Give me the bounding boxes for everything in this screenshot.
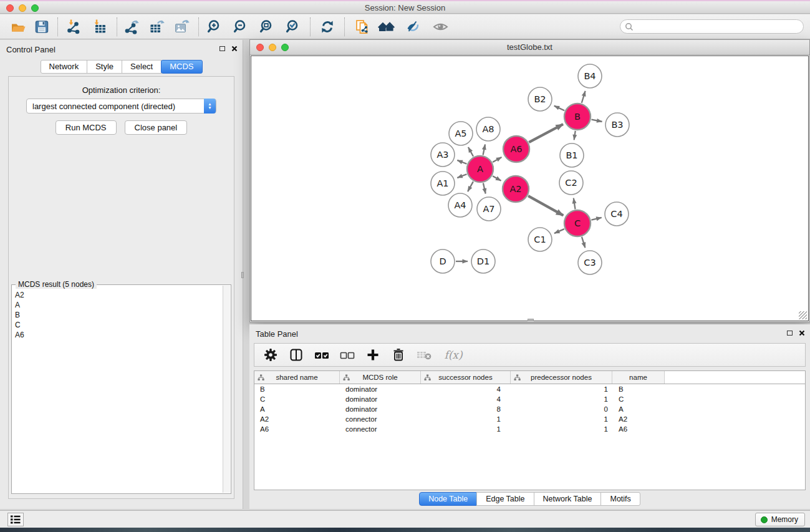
close-panel-button[interactable]: Close panel xyxy=(125,120,188,135)
result-item[interactable]: B xyxy=(13,310,222,320)
edge-A-A3[interactable] xyxy=(457,160,466,164)
edge-B-B3[interactable] xyxy=(592,120,602,122)
edge-A-A5[interactable] xyxy=(468,147,473,157)
tab-network[interactable]: Network xyxy=(40,60,87,74)
tab-select[interactable]: Select xyxy=(122,60,162,74)
select-all-rows-icon[interactable] xyxy=(314,347,330,363)
tab-edge-table[interactable]: Edge Table xyxy=(476,492,534,506)
zoom-fit-icon[interactable] xyxy=(258,17,276,36)
tab-motifs[interactable]: Motifs xyxy=(600,492,640,506)
node-D[interactable]: D xyxy=(431,249,455,273)
node-A7[interactable]: A7 xyxy=(477,197,501,221)
horizontal-scroll-nub[interactable] xyxy=(528,319,534,321)
zoom-in-icon[interactable] xyxy=(205,17,224,36)
edge-C-C3[interactable] xyxy=(582,237,585,248)
node-B[interactable]: B xyxy=(564,104,591,130)
table-row[interactable]: Cdominator41C xyxy=(254,394,805,404)
delete-rows-icon[interactable] xyxy=(390,347,407,363)
node-C2[interactable]: C2 xyxy=(559,171,583,195)
delete-table-icon[interactable] xyxy=(416,347,432,363)
houses-icon[interactable] xyxy=(377,17,396,36)
edge-A-A4[interactable] xyxy=(468,181,473,191)
table-row[interactable]: A2connector11A2 xyxy=(254,414,805,424)
task-history-button[interactable] xyxy=(7,513,24,526)
node-D1[interactable]: D1 xyxy=(471,249,495,273)
result-scrollbar[interactable] xyxy=(223,286,230,493)
function-builder-icon[interactable]: f(x) xyxy=(441,347,465,363)
result-item[interactable]: A xyxy=(13,300,222,310)
node-B1[interactable]: B1 xyxy=(560,143,584,167)
eye-slash-icon[interactable] xyxy=(403,17,422,36)
edge-B-B1[interactable] xyxy=(574,131,576,140)
edge-B-B2[interactable] xyxy=(554,106,565,111)
node-A6[interactable]: A6 xyxy=(503,136,529,162)
edge-A-A7[interactable] xyxy=(483,183,486,194)
tab-mcds[interactable]: MCDS xyxy=(161,60,202,74)
edge-A6-B[interactable] xyxy=(529,124,563,142)
edge-C-C1[interactable] xyxy=(554,229,564,233)
zoom-out-icon[interactable] xyxy=(231,17,250,36)
edge-A-A6[interactable] xyxy=(493,157,501,162)
criterion-dropdown[interactable]: largest connected component (directed) ▲… xyxy=(26,99,216,114)
import-table-icon[interactable] xyxy=(90,17,109,36)
node-A1[interactable]: A1 xyxy=(431,172,455,195)
edge-A-A1[interactable] xyxy=(457,174,466,178)
edge-C-C4[interactable] xyxy=(591,218,601,220)
node-A4[interactable]: A4 xyxy=(448,193,472,217)
open-session-icon[interactable] xyxy=(9,17,27,36)
tab-node-table[interactable]: Node Table xyxy=(419,492,477,506)
node-C3[interactable]: C3 xyxy=(578,251,602,274)
save-session-icon[interactable] xyxy=(32,17,51,36)
tab-style[interactable]: Style xyxy=(87,60,122,74)
network-graph[interactable]: B4B2BB3A5A8A6A3B1AA1C2A2A4A7CC4C1C3DD1 xyxy=(251,56,809,322)
node-C[interactable]: C xyxy=(564,210,591,236)
close-table-panel-icon[interactable] xyxy=(799,330,805,336)
import-network-icon[interactable] xyxy=(64,17,83,36)
edge-A-A8[interactable] xyxy=(483,145,485,155)
new-network-from-selection-icon[interactable] xyxy=(354,17,372,36)
node-B2[interactable]: B2 xyxy=(528,87,552,111)
float-panel-icon[interactable] xyxy=(219,46,225,51)
export-table-icon[interactable] xyxy=(147,17,166,36)
table-row[interactable]: A6connector11A6 xyxy=(254,424,805,434)
memory-button[interactable]: Memory xyxy=(755,513,805,526)
search-input[interactable] xyxy=(635,21,798,32)
table-row[interactable]: Bdominator41B xyxy=(254,384,805,394)
refresh-view-icon[interactable] xyxy=(318,17,337,36)
column-header-MCDS-role[interactable]: MCDS role xyxy=(340,371,421,384)
column-header-shared-name[interactable]: shared name xyxy=(254,371,340,384)
run-mcds-button[interactable]: Run MCDS xyxy=(55,120,117,135)
node-A[interactable]: A xyxy=(467,156,493,182)
result-item[interactable]: A2 xyxy=(13,290,222,300)
node-A3[interactable]: A3 xyxy=(431,143,455,167)
network-window-titlebar[interactable]: testGlobe.txt xyxy=(250,40,809,55)
export-network-icon[interactable] xyxy=(122,17,141,36)
node-B3[interactable]: B3 xyxy=(605,113,629,137)
window-resize-grip[interactable] xyxy=(799,311,807,319)
search-field[interactable] xyxy=(620,19,804,34)
toggle-columns-icon[interactable] xyxy=(288,347,304,363)
node-C4[interactable]: C4 xyxy=(605,202,629,226)
network-canvas[interactable]: B4B2BB3A5A8A6A3B1AA1C2A2A4A7CC4C1C3DD1 xyxy=(251,56,809,321)
node-A2[interactable]: A2 xyxy=(503,176,529,202)
edge-C-C2[interactable] xyxy=(574,198,576,210)
add-row-icon[interactable] xyxy=(365,347,381,363)
node-A8[interactable]: A8 xyxy=(476,117,500,141)
node-B4[interactable]: B4 xyxy=(578,64,602,88)
zoom-selected-icon[interactable] xyxy=(284,17,302,36)
edge-A2-C[interactable] xyxy=(528,196,563,215)
float-table-panel-icon[interactable] xyxy=(787,331,793,336)
tab-network-table[interactable]: Network Table xyxy=(534,492,602,506)
edge-B-B4[interactable] xyxy=(582,91,586,103)
edge-A-A2[interactable] xyxy=(493,176,501,181)
result-item[interactable]: C xyxy=(13,320,222,330)
column-header-successor-nodes[interactable]: successor nodes xyxy=(421,371,511,384)
result-item[interactable]: A6 xyxy=(13,330,222,340)
column-header-name[interactable]: name xyxy=(612,371,665,384)
close-panel-icon[interactable] xyxy=(231,46,238,52)
dropdown-stepper-icon[interactable]: ▲▼ xyxy=(204,99,216,114)
vertical-scroll-nub[interactable] xyxy=(241,272,244,278)
node-C1[interactable]: C1 xyxy=(528,228,552,251)
deselect-all-rows-icon[interactable] xyxy=(339,347,355,363)
export-image-icon[interactable] xyxy=(172,17,191,36)
